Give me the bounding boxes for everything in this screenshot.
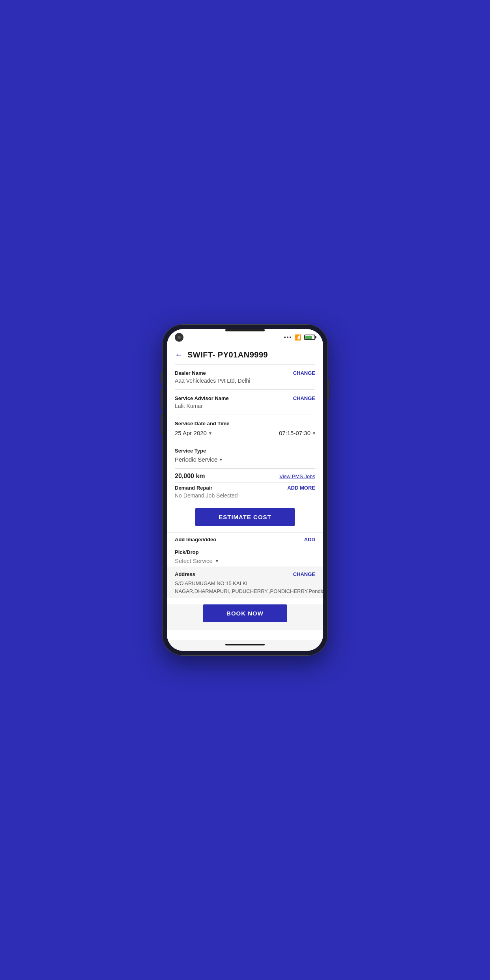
service-advisor-section: Service Advisor Name CHANGE Lalit Kumar xyxy=(167,390,323,415)
book-now-button[interactable]: BOOK NOW xyxy=(203,604,287,622)
address-section: Address CHANGE S/O ARUMUGAM NO:15 KALKI … xyxy=(167,567,323,598)
header: ← SWIFT- PY01AN9999 xyxy=(167,344,323,364)
add-media-button[interactable]: ADD xyxy=(304,537,315,542)
pick-drop-section: Pick/Drop Select Service ▾ xyxy=(167,545,323,567)
time-dropdown-icon: ▾ xyxy=(313,430,315,436)
add-media-label: Add Image/Video xyxy=(175,537,216,542)
date-time-label: Service Date and Time xyxy=(175,421,315,426)
signal-dots xyxy=(284,337,291,338)
advisor-label: Service Advisor Name xyxy=(175,395,229,401)
home-indicator xyxy=(225,644,265,645)
notch xyxy=(225,329,265,331)
advisor-change-button[interactable]: CHANGE xyxy=(293,395,315,401)
select-service-selector[interactable]: Select Service ▾ xyxy=(175,557,315,564)
pick-drop-label: Pick/Drop xyxy=(175,549,315,555)
wifi-icon: 📶 xyxy=(294,334,301,340)
volume-up-button xyxy=(161,389,162,409)
battery-icon xyxy=(304,335,315,340)
mute-button xyxy=(161,372,162,383)
service-type-selector[interactable]: Periodic Service ▾ xyxy=(175,456,315,463)
select-service-value: Select Service xyxy=(175,557,213,564)
dealer-label: Dealer Name xyxy=(175,370,206,376)
address-change-button[interactable]: CHANGE xyxy=(293,571,315,577)
back-button[interactable]: ← xyxy=(175,350,183,359)
demand-repair-section: Demand Repair ADD MORE No Demand Job Sel… xyxy=(167,483,323,502)
address-label: Address xyxy=(175,571,195,577)
dealer-section: Dealer Name CHANGE Aaa Vehicleades Pvt L… xyxy=(167,365,323,389)
date-selector[interactable]: 25 Apr 2020 ▾ xyxy=(175,430,211,436)
advisor-value: Lalit Kumar xyxy=(175,403,315,409)
page-title: SWIFT- PY01AN9999 xyxy=(187,350,268,359)
select-service-dropdown-icon: ▾ xyxy=(216,558,218,564)
service-type-value: Periodic Service xyxy=(175,456,217,463)
view-pms-link[interactable]: View PMS Jobs xyxy=(279,473,315,479)
dealer-change-button[interactable]: CHANGE xyxy=(293,370,315,376)
power-button xyxy=(328,380,329,399)
bottom-bar xyxy=(167,640,323,651)
service-type-label: Service Type xyxy=(175,448,315,454)
dealer-value: Aaa Vehicleades Pvt Ltd, Delhi xyxy=(175,378,315,384)
time-selector[interactable]: 07:15-07:30 ▾ xyxy=(279,430,315,436)
demand-label: Demand Repair xyxy=(175,485,212,491)
volume-down-button xyxy=(161,414,162,434)
time-value: 07:15-07:30 xyxy=(279,430,310,436)
add-media-section: Add Image/Video ADD xyxy=(167,532,323,545)
estimate-cost-button[interactable]: ESTIMATE COST xyxy=(195,508,295,526)
date-value: 25 Apr 2020 xyxy=(175,430,207,436)
address-value: S/O ARUMUGAM NO:15 KALKI NAGAR,DHARMAPUR… xyxy=(175,580,315,595)
service-type-dropdown-icon: ▾ xyxy=(220,457,222,462)
km-value: 20,000 km xyxy=(175,473,205,480)
main-content: ← SWIFT- PY01AN9999 Dealer Name CHANGE A… xyxy=(167,344,323,640)
service-type-section: Service Type Periodic Service ▾ xyxy=(167,442,323,468)
no-demand-text: No Demand Job Selected xyxy=(175,492,315,499)
camera-icon xyxy=(175,333,183,342)
add-more-button[interactable]: ADD MORE xyxy=(287,485,315,491)
date-dropdown-icon: ▾ xyxy=(209,430,211,436)
date-time-section: Service Date and Time 25 Apr 2020 ▾ 07:1… xyxy=(167,415,323,442)
km-row: 20,000 km View PMS Jobs xyxy=(167,469,323,482)
